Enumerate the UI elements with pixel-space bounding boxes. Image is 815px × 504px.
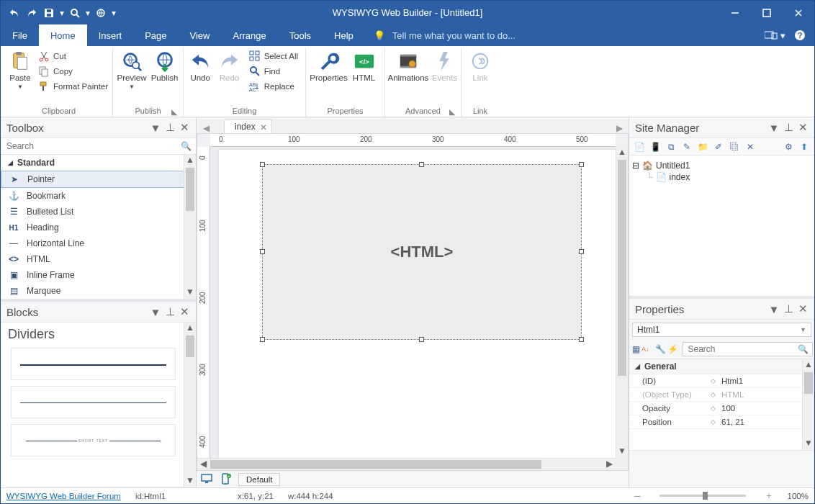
events-button[interactable]: Events	[431, 49, 459, 82]
redo-button[interactable]: Redo	[215, 49, 243, 82]
sm-delete-icon[interactable]: ✕	[743, 140, 757, 154]
close-button[interactable]	[783, 1, 814, 24]
preview-button[interactable]: Preview▼	[116, 49, 148, 90]
qat-preview-dropdown-icon[interactable]: ▾	[84, 5, 91, 21]
sm-rename-icon[interactable]: ✐	[711, 140, 726, 154]
prop-row-id[interactable]: (ID)◇Html1	[629, 374, 814, 388]
menu-help[interactable]: Help	[323, 24, 365, 46]
toolbox-category-standard[interactable]: ◢Standard	[1, 155, 196, 171]
sm-edit-icon[interactable]: ✎	[680, 140, 694, 154]
menu-tools[interactable]: Tools	[278, 24, 323, 46]
sm-up-icon[interactable]: ⬆	[797, 140, 811, 154]
prop-object-select[interactable]: Html1▼	[632, 323, 811, 337]
prop-scrollbar[interactable]: ▲▼	[802, 359, 814, 450]
toolbox-item-html[interactable]: <>HTML	[1, 251, 196, 267]
menu-file[interactable]: File	[1, 24, 39, 46]
sm-folder-icon[interactable]: 📁	[695, 140, 710, 154]
menu-insert[interactable]: Insert	[87, 24, 134, 46]
divider-block-3[interactable]: SHORT TEXT	[11, 424, 176, 456]
qat-redo-icon[interactable]	[24, 5, 40, 21]
prop-wrench-icon[interactable]: 🔧	[655, 342, 666, 356]
toolbox-pin-icon[interactable]: ⊥	[164, 122, 176, 133]
select-all-button[interactable]: Select All	[246, 49, 301, 63]
selected-html-object[interactable]: <HTML>	[262, 164, 582, 340]
prop-row-opacity[interactable]: Opacity◇100	[629, 402, 814, 415]
tab-index[interactable]: index ✕	[224, 120, 272, 133]
prop-alpha-icon[interactable]: A↓	[641, 342, 649, 356]
copy-button[interactable]: Copy	[35, 64, 111, 78]
site-tree[interactable]: ⊟🏠Untitled1 └📄index	[629, 156, 814, 296]
prop-search-icon[interactable]: 🔍	[798, 344, 809, 354]
qat-publish-icon[interactable]	[93, 5, 109, 21]
search-icon[interactable]: 🔍	[181, 141, 192, 151]
divider-block-2[interactable]	[11, 386, 176, 418]
qat-undo-icon[interactable]	[6, 5, 22, 21]
sm-clone-icon[interactable]: ⧉	[664, 140, 678, 154]
toolbox-item-bulleted-list[interactable]: ☰Bulleted List	[1, 204, 196, 220]
menu-view[interactable]: View	[179, 24, 222, 46]
sm-menu-icon[interactable]: ▼	[768, 122, 780, 133]
status-forum-link[interactable]: WYSIWYG Web Builder Forum	[6, 492, 121, 500]
properties-button[interactable]: Properties	[311, 49, 347, 82]
sm-pin-icon[interactable]: ⊥	[783, 122, 794, 133]
sm-close-icon[interactable]: ✕	[797, 122, 809, 133]
prop-search-input[interactable]	[687, 343, 798, 355]
blocks-close-icon[interactable]: ✕	[179, 306, 190, 318]
divider-block-1[interactable]	[11, 348, 176, 380]
format-painter-button[interactable]: Format Painter	[35, 79, 111, 94]
canvas-scrollbar-v[interactable]: ▲▼	[616, 147, 628, 458]
canvas[interactable]: 0 100 200 300 400 500 0 100 200 300 400 …	[197, 133, 629, 470]
advanced-launcher-icon[interactable]: ◣	[448, 107, 456, 116]
qat-preview-icon[interactable]	[67, 5, 83, 21]
paste-button[interactable]: Paste ▼	[8, 49, 32, 90]
find-button[interactable]: Find	[246, 64, 301, 78]
screens-icon[interactable]	[765, 30, 778, 40]
animations-button[interactable]: Animations	[387, 49, 429, 82]
tree-page-index[interactable]: └📄index	[632, 171, 811, 183]
tellme-input[interactable]: Tell me what you want to do...	[392, 30, 515, 41]
zoom-out-icon[interactable]: ─	[634, 492, 640, 500]
blocks-scrollbar[interactable]: ▲▼	[184, 323, 196, 487]
toolbox-item-horizontal-line[interactable]: —Horizontal Line	[1, 235, 196, 251]
toolbox-search-input[interactable]	[5, 140, 181, 152]
sm-new-mobile-icon[interactable]: 📱	[648, 140, 662, 154]
html-button[interactable]: </> HTML	[348, 49, 380, 82]
prop-events-icon[interactable]: ⚡	[667, 342, 678, 356]
sm-props-icon[interactable]: ⚙	[781, 140, 796, 154]
menu-home[interactable]: Home	[39, 24, 87, 46]
toolbox-item-marquee[interactable]: ▤Marquee	[1, 283, 196, 299]
minimize-button[interactable]	[719, 1, 751, 24]
menu-arrange[interactable]: Arrange	[221, 24, 277, 46]
link-button[interactable]: Link	[464, 49, 496, 82]
toolbox-item-pointer[interactable]: ➤Pointer	[1, 171, 196, 188]
tab-nav-right-icon[interactable]: ▶	[614, 123, 624, 133]
toolbox-item-bookmark[interactable]: ⚓Bookmark	[1, 188, 196, 204]
prop-menu-icon[interactable]: ▼	[768, 303, 780, 315]
toolbox-menu-icon[interactable]: ▼	[150, 122, 161, 133]
qat-save-icon[interactable]	[41, 5, 57, 21]
toolbox-scrollbar[interactable]: ▲▼	[184, 155, 196, 299]
sm-new-page-icon[interactable]: 📄	[632, 140, 647, 154]
publish-launcher-icon[interactable]: ◣	[170, 107, 179, 116]
toolbox-item-heading[interactable]: H1Heading	[1, 220, 196, 235]
maximize-button[interactable]	[751, 1, 783, 24]
prop-pin-icon[interactable]: ⊥	[783, 303, 794, 315]
tab-nav-left-icon[interactable]: ◀	[201, 123, 211, 133]
menu-page[interactable]: Page	[133, 24, 178, 46]
undo-button[interactable]: Undo	[186, 49, 214, 82]
prop-row-position[interactable]: Position◇61, 21	[629, 415, 814, 429]
qat-publish-dropdown-icon[interactable]: ▾	[110, 5, 117, 21]
qat-save-dropdown-icon[interactable]: ▾	[58, 5, 66, 21]
cut-button[interactable]: Cut	[35, 49, 111, 63]
tree-root[interactable]: ⊟🏠Untitled1	[632, 160, 811, 171]
viewbar-mobile-icon[interactable]: +	[220, 473, 233, 486]
help-icon[interactable]: ?	[794, 30, 806, 41]
publish-button[interactable]: Publish	[149, 49, 180, 82]
viewbar-desktop-icon[interactable]	[201, 473, 214, 486]
prop-categorized-icon[interactable]: ▦	[632, 342, 640, 356]
toolbox-close-icon[interactable]: ✕	[179, 122, 190, 133]
replace-button[interactable]: ABACReplace	[246, 79, 301, 94]
tab-close-icon[interactable]: ✕	[260, 122, 269, 131]
sm-copy-icon[interactable]: ⿻	[727, 140, 742, 154]
zoom-in-icon[interactable]: ＋	[765, 490, 773, 501]
